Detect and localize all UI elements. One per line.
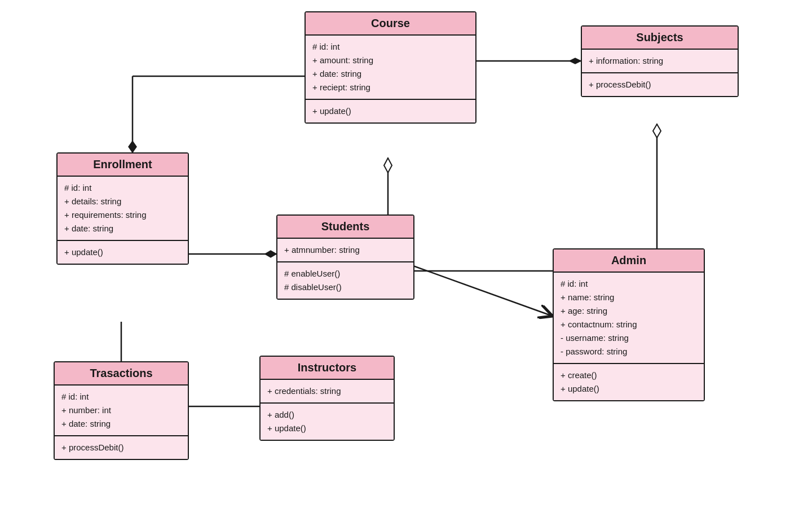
admin-class: Admin # id: int + name: string + age: st… — [553, 248, 705, 401]
subjects-class: Subjects + information: string + process… — [581, 25, 739, 97]
svg-marker-4 — [570, 58, 581, 64]
svg-marker-14 — [265, 251, 276, 257]
instructors-attributes: + credentials: string — [261, 380, 394, 404]
course-methods: + update() — [306, 100, 475, 122]
transactions-header: Trasactions — [55, 362, 188, 386]
transactions-methods: + processDebit() — [55, 436, 188, 459]
instructors-class: Instructors + credentials: string + add(… — [259, 356, 395, 441]
students-attributes: + atmnumber: string — [277, 239, 413, 262]
course-header: Course — [306, 12, 475, 36]
admin-methods: + create() + update() — [554, 364, 704, 400]
svg-marker-7 — [129, 141, 136, 152]
admin-attributes: # id: int + name: string + age: string +… — [554, 273, 704, 364]
students-class: Students + atmnumber: string # enableUse… — [276, 214, 414, 300]
enrollment-attributes: # id: int + details: string + requiremen… — [58, 177, 188, 241]
subjects-methods: + processDebit() — [582, 73, 738, 96]
enrollment-header: Enrollment — [58, 154, 188, 177]
course-attributes: # id: int + amount: string + date: strin… — [306, 36, 475, 100]
course-class: Course # id: int + amount: string + date… — [304, 11, 476, 124]
svg-line-15 — [412, 265, 553, 316]
instructors-methods: + add() + update() — [261, 404, 394, 440]
transactions-class: Trasactions # id: int + number: int + da… — [54, 361, 189, 460]
uml-diagram: Course # id: int + amount: string + date… — [0, 0, 812, 508]
subjects-header: Subjects — [582, 27, 738, 50]
transactions-attributes: # id: int + number: int + date: string — [55, 386, 188, 436]
admin-header: Admin — [554, 249, 704, 273]
students-methods: # enableUser() # disableUser() — [277, 262, 413, 299]
enrollment-methods: + update() — [58, 241, 188, 264]
enrollment-class: Enrollment # id: int + details: string +… — [56, 152, 189, 265]
subjects-attributes: + information: string — [582, 50, 738, 73]
svg-marker-9 — [384, 158, 392, 173]
svg-marker-12 — [653, 124, 661, 138]
students-header: Students — [277, 216, 413, 239]
instructors-header: Instructors — [261, 357, 394, 380]
